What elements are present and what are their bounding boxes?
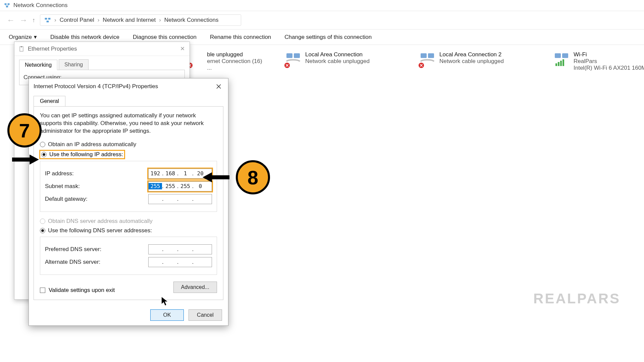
radio-icon [40,219,45,224]
svg-rect-10 [421,53,427,58]
tab-general[interactable]: General [34,96,65,106]
radio-use-static-dns[interactable]: Use the following DNS server addresses: [40,227,217,234]
svg-rect-20 [21,46,22,47]
svg-rect-8 [294,53,300,58]
svg-rect-13 [555,53,561,58]
radio-icon [40,228,45,233]
connection-item[interactable]: Local Area Connection Network cable unpl… [285,51,399,71]
radio-obtain-dns-auto: Obtain DNS server address automatically [40,218,217,225]
connection-name: Wi-Fi [574,51,644,58]
radio-label: Use the following IP address: [49,151,123,158]
connection-status: Network cable unplugged [439,58,504,65]
svg-rect-22 [211,175,229,179]
radio-label: Obtain an IP address automatically [48,141,136,148]
cmd-change-settings[interactable]: Change settings of this connection [284,34,372,41]
svg-rect-11 [428,53,434,58]
error-badge-icon [418,62,424,68]
preferred-dns-label: Preferred DNS server: [45,246,101,253]
connection-icon [419,51,435,67]
connection-status: ernet Connection (16) ... [207,58,265,71]
svg-rect-15 [555,63,557,66]
window-title: Network Connections [13,2,68,9]
dialog-title-bar: Internet Protocol Version 4 (TCP/IPv4) P… [29,78,228,95]
radio-icon [41,152,47,157]
ip-settings-group: IP address: 192. 168. 1. 20 Subnet mask:… [40,161,217,212]
connection-icon [188,51,203,67]
error-badge-icon [284,62,290,68]
connection-name: ble unplugged [207,51,265,58]
dns-settings-group: Preferred DNS server: 0. 0. 0. 0 Alterna… [40,237,217,275]
validate-checkbox[interactable]: Validate settings upon exit [40,287,115,294]
chevron-right-icon: › [98,17,100,23]
default-gateway-field[interactable]: 0. 0. 0. 0 [148,194,212,204]
forward-button[interactable]: → [19,16,28,24]
explorer-nav-row: ← → ↑ › Control Panel › Network and Inte… [0,11,644,29]
svg-rect-5 [47,21,49,22]
radio-use-static-ip[interactable]: Use the following IP address: [40,150,124,159]
properties-icon [19,46,24,52]
connection-name: Local Area Connection 2 [439,51,504,58]
alternate-dns-field[interactable]: 0. 0. 0. 0 [148,257,212,267]
radio-obtain-ip-auto[interactable]: Obtain an IP address automatically [40,141,217,148]
network-folder-icon [44,17,51,23]
tab-networking[interactable]: Networking [19,60,57,70]
connection-status: Network cable unplugged [305,58,370,65]
ip-address-label: IP address: [45,170,74,177]
chevron-right-icon: › [159,17,161,23]
svg-rect-4 [48,18,51,19]
arrow-left-icon [203,172,229,182]
connection-icon [553,51,570,67]
step-badge-8: 8 [236,160,270,194]
up-button[interactable]: ↑ [32,17,35,23]
connection-name: Local Area Connection [305,51,370,58]
network-app-icon [4,2,10,8]
connection-status: RealPars [574,58,644,65]
chevron-down-icon: ▾ [34,34,37,41]
svg-rect-17 [560,61,562,66]
close-button[interactable] [214,82,223,91]
connection-item[interactable]: Wi-Fi RealPars Intel(R) Wi-Fi 6 AX201 16… [553,51,644,71]
default-gateway-label: Default gateway: [45,196,88,202]
cancel-button[interactable]: Cancel [189,309,222,321]
svg-rect-1 [8,3,10,5]
subnet-mask-label: Subnet mask: [45,183,80,190]
breadcrumb-network-internet[interactable]: Network and Internet [103,17,156,23]
advanced-button[interactable]: Advanced... [173,282,217,293]
cmd-rename[interactable]: Rename this connection [210,34,271,41]
svg-rect-2 [6,6,8,8]
tab-sharing[interactable]: Sharing [59,59,89,70]
cmd-diagnose[interactable]: Diagnose this connection [133,34,197,41]
window-title-bar: Network Connections [0,0,644,11]
radio-label: Use the following DNS server addresses: [48,227,152,234]
checkbox-icon [40,288,45,293]
close-button[interactable]: ✕ [180,45,185,52]
cursor-icon [161,296,168,306]
dialog-title: Ethernet Properties [28,46,77,52]
step-badge-7: 7 [7,113,42,147]
svg-rect-19 [20,47,23,51]
svg-rect-21 [12,158,30,162]
close-icon [216,84,221,89]
radio-icon [40,142,45,147]
arrow-right-icon [12,155,39,165]
ok-button[interactable]: OK [150,309,184,321]
alternate-dns-label: Alternate DNS server: [45,259,100,265]
connection-item[interactable]: Local Area Connection 2 Network cable un… [419,51,533,71]
ipv4-properties-dialog: Internet Protocol Version 4 (TCP/IPv4) P… [29,78,228,326]
subnet-mask-field[interactable]: 255. 255. 255. 0 [148,181,212,191]
connection-item[interactable]: ble unplugged ernet Connection (16) ... [188,51,265,71]
svg-rect-16 [558,62,559,66]
address-bar[interactable]: › Control Panel › Network and Internet ›… [40,14,241,26]
breadcrumb-control-panel[interactable]: Control Panel [60,17,94,23]
connection-icon [285,51,301,67]
brand-watermark: REALPARS [533,291,621,307]
organize-menu[interactable]: Organize▾ [9,34,37,41]
preferred-dns-field[interactable]: 0. 0. 0. 0 [148,244,212,254]
svg-rect-3 [45,18,47,19]
svg-rect-14 [562,53,568,58]
checkbox-label: Validate settings upon exit [49,287,115,294]
back-button[interactable]: ← [7,16,15,24]
cmd-disable-device[interactable]: Disable this network device [50,34,119,41]
breadcrumb-network-connections[interactable]: Network Connections [164,17,219,23]
svg-rect-0 [5,3,7,5]
